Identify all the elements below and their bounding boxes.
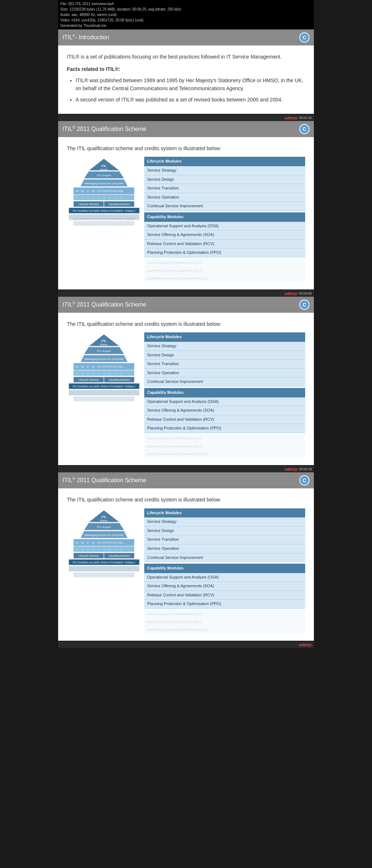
svg-text:Lifecycle Modules: Lifecycle Modules [78,379,99,381]
svg-text:RCV: RCV [113,541,118,544]
list-item: A second version of ITIL® was published … [76,96,305,104]
svg-text:Capability Modules: Capability Modules [108,555,130,557]
pyramid-side-2: ITIL Master ITIL Expert 5 Managing Acros… [67,332,141,458]
section-qualification-3: ITIL® 2011 Qualification Scheme C The IT… [58,472,314,641]
svg-text:ST: ST [86,365,89,368]
module-item: Continual Service Improvement [144,202,305,211]
svg-text:OSA: OSA [102,190,107,192]
svg-text:RCV: RCV [113,190,118,192]
file-info-line5: Generated by Thumbnail me [60,23,312,28]
reflected-modules-2: Planning Protection & Optimisation (PPO)… [144,435,305,458]
udemy-logo: udemy [284,116,297,120]
svg-text:ITIL Foundation (or earlier ve: ITIL Foundation (or earlier version of F… [72,561,135,564]
svg-text:Master: Master [100,343,108,346]
svg-text:Lifecycle Modules: Lifecycle Modules [78,203,99,206]
file-info-line3: Audio: aac, 48000 Hz, stereo (und) [60,12,312,17]
svg-text:ITIL Expert: ITIL Expert [97,174,112,177]
intro-paragraph: ITIL® is a set of publications focusing … [67,53,305,61]
module-item: Service Transition [144,535,305,544]
svg-text:ITIL: ITIL [101,339,106,343]
svg-text:Master: Master [100,168,108,171]
svg-text:ITIL Expert: ITIL Expert [97,525,112,529]
timestamp-3: 00:05:18 [299,467,312,471]
capability-modules-group-2: Capability Modules Operational Support a… [144,388,305,433]
svg-text:SOA: SOA [118,190,123,192]
module-item: Service Transition [144,184,305,193]
lifecycle-modules-header-2: Lifecycle Modules [144,332,305,342]
svg-text:SD: SD [81,541,84,544]
svg-rect-76 [104,396,134,401]
module-item: Planning Protection & Optimisation (PPO) [144,424,305,433]
svg-text:ITIL Foundation (or earlier ve: ITIL Foundation (or earlier version of F… [72,385,135,388]
module-item: Service Operation [144,369,305,378]
copyright-icon-3: C [299,300,310,310]
section-qualification-1-header: ITIL® 2011 Qualification Scheme C [58,121,314,137]
copyright-icon-2: C [299,124,310,134]
file-info-line2: Size: 12330239 bytes (11,76 MiB), durati… [60,7,312,12]
module-item: Service Design [144,175,305,184]
svg-rect-112 [69,566,140,572]
reflected-modules-3: Planning Protection & Optimisation (PPO)… [144,610,305,633]
qualification-diagram-3: ITIL Master ITIL Expert 5 Managing Acros… [67,508,305,634]
svg-text:Master: Master [100,519,108,522]
section-introduction: ITIL®- Introduction C ITIL® is a set of … [58,29,314,114]
svg-rect-113 [73,572,104,577]
svg-text:PPO: PPO [107,541,112,544]
section-introduction-title: ITIL®- Introduction [62,34,109,41]
section-qualification-3-title: ITIL® 2011 Qualification Scheme [62,477,146,484]
svg-text:SO: SO [92,541,95,544]
module-item: Continual Service Improvement [144,553,305,563]
udemy-bar-2: udemy 00:03:58 [58,290,314,297]
svg-text:Lifecycle Modules: Lifecycle Modules [78,555,99,557]
section-qualification-1-content: The ITIL qualification scheme and credit… [58,137,314,289]
section-qualification-1-title: ITIL® 2011 Qualification Scheme [62,125,146,132]
module-item: Service Offering & Agreements (SOA) [144,231,305,240]
module-item: Continual Service Improvement [144,377,305,387]
svg-text:5: 5 [122,182,124,185]
module-item: Operational Support and Analysis (OSA) [144,397,305,407]
module-item: Service Strategy [144,517,305,527]
section-qualification-3-content: The ITIL qualification scheme and credit… [58,488,314,641]
svg-rect-74 [69,390,140,396]
section-qualification-2-header: ITIL® 2011 Qualification Scheme C [58,297,314,313]
svg-rect-114 [104,572,134,577]
pyramid-side-1: ITIL Master ITIL Expert 5 Managing Acros… [67,157,141,282]
qualification-diagram-2: ITIL Master ITIL Expert 5 Managing Acros… [67,332,305,458]
module-item: Release Control and Validation (RCV) [144,240,305,249]
modules-side-3: Lifecycle Modules Service Strategy Servi… [144,508,305,634]
section-qualification-2-content: The ITIL qualification scheme and credit… [58,313,314,465]
svg-text:Managing Across the Lifecycle: Managing Across the Lifecycle [85,357,122,361]
list-item: ITIL® was published between 1989 and 199… [76,76,305,93]
file-info-line4: Video: h264, yuv420p, 1280x720, 30.00 fp… [60,17,312,23]
module-item: Release Control and Validation (RCV) [144,415,305,424]
capability-modules-group-3: Capability Modules Operational Support a… [144,564,305,609]
section-qualification-2-title: ITIL® 2011 Qualification Scheme [62,301,146,308]
svg-text:SS: SS [76,190,79,192]
capability-modules-header-1: Capability Modules [144,212,305,222]
timestamp-1: 00:01:25 [299,116,312,120]
module-item: Release Control and Validation (RCV) [144,591,305,600]
qualification-diagram-1: ITIL Master ITIL Expert 5 Managing Acros… [67,157,305,282]
lifecycle-modules-group-2: Lifecycle Modules Service Strategy Servi… [144,332,305,387]
module-item: Operational Support and Analysis (OSA) [144,573,305,582]
svg-text:Managing Across the Lifecycle: Managing Across the Lifecycle [85,182,122,185]
svg-rect-38 [104,221,134,226]
qualification-intro-2: The ITIL qualification scheme and credit… [67,320,305,328]
capability-modules-header-3: Capability Modules [144,564,305,573]
svg-text:5: 5 [122,358,124,360]
udemy-logo-4: udemy [299,643,312,647]
svg-text:ITIL Expert: ITIL Expert [97,349,112,353]
lifecycle-modules-group-1: Lifecycle Modules Service Strategy Servi… [144,157,305,211]
svg-text:SOA: SOA [118,365,123,368]
capability-modules-header-2: Capability Modules [144,388,305,397]
svg-text:ITIL Foundation (or earlier ve: ITIL Foundation (or earlier version of F… [72,217,135,220]
module-item: Operational Support and Analysis (OSA) [144,222,305,231]
svg-text:SD: SD [81,190,84,192]
udemy-logo-3: udemy [284,467,297,471]
svg-rect-37 [73,221,104,226]
svg-text:SO: SO [92,365,95,368]
copyright-icon-4: C [299,475,310,485]
module-item: Service Design [144,527,305,536]
svg-text:ITIL Foundation (or earlier ve: ITIL Foundation (or earlier version of F… [72,209,135,212]
udemy-logo-2: udemy [284,291,297,296]
